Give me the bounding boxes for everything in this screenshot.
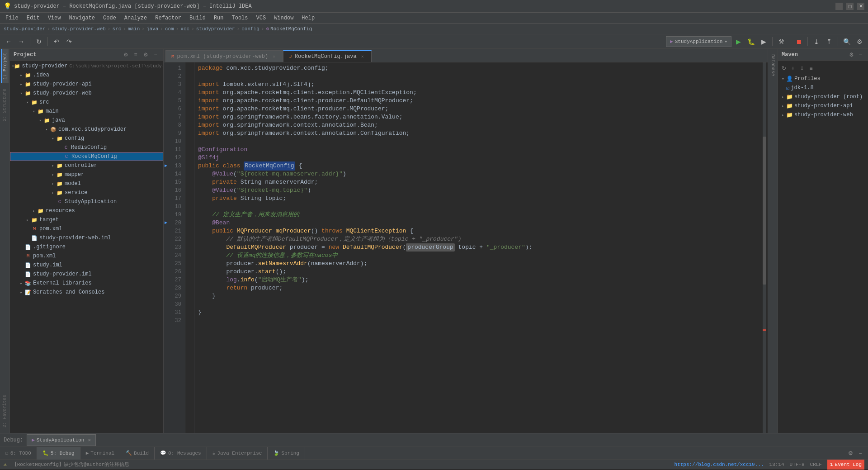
maven-item-root[interactable]: ▸ 📁 study-provider (root) xyxy=(778,92,868,101)
tree-item-target[interactable]: ▸ 📁 target xyxy=(10,215,163,224)
menu-analyze[interactable]: Analyze xyxy=(121,14,151,22)
maven-collapse-button[interactable]: ≡ xyxy=(807,64,815,72)
bottom-tab-messages[interactable]: 💬 0: Messages xyxy=(155,447,207,460)
maven-close-button[interactable]: − xyxy=(856,51,864,59)
maven-item-web[interactable]: ▸ 📁 study-provider-web xyxy=(778,110,868,119)
menu-file[interactable]: File xyxy=(2,14,22,22)
menu-edit[interactable]: Edit xyxy=(23,14,43,22)
maven-item-api[interactable]: ▸ 📁 study-provider-api xyxy=(778,101,868,110)
maven-add-button[interactable]: + xyxy=(789,64,797,72)
tree-item-java[interactable]: ▾ 📁 java xyxy=(10,116,163,125)
run-config-selector[interactable]: ▶ StudyApplication ▾ xyxy=(666,36,731,47)
menu-help[interactable]: Help xyxy=(298,14,318,22)
tab-close-rocketmq[interactable]: ✕ xyxy=(359,53,366,60)
stop-button[interactable]: ⏹ xyxy=(793,36,805,47)
maximize-button[interactable]: □ xyxy=(846,3,854,10)
debug-app-tab[interactable]: ▶ StudyApplication ✕ xyxy=(27,434,96,446)
menu-view[interactable]: View xyxy=(44,14,65,22)
settings-button[interactable]: ⚙ xyxy=(854,36,865,47)
build-button[interactable]: ⚒ xyxy=(775,36,787,47)
tree-item-api[interactable]: ▸ 📁 study-provider-api xyxy=(10,80,163,89)
close-button[interactable]: ✕ xyxy=(857,3,864,10)
vcs-push-button[interactable]: ⤒ xyxy=(823,36,835,47)
menu-navigate[interactable]: Navigate xyxy=(65,14,99,22)
tree-item-rocketmqconfig[interactable]: C RocketMqConfig xyxy=(10,152,163,161)
tree-item-resources[interactable]: ▸ 📁 resources xyxy=(10,206,163,215)
bottom-minimize-button[interactable]: − xyxy=(856,449,864,457)
database-tab[interactable]: Database xyxy=(769,51,776,80)
breadcrumb-item-7[interactable]: studyprovider xyxy=(196,26,235,32)
bottom-tab-terminal[interactable]: ▶ Terminal xyxy=(80,447,120,460)
tree-item-main[interactable]: ▾ 📁 main xyxy=(10,107,163,116)
bottom-tab-jee[interactable]: ☕ Java Enterprise xyxy=(207,447,268,460)
back-button[interactable]: ← xyxy=(3,36,14,47)
bottom-tab-build[interactable]: 🔨 Build xyxy=(120,447,155,460)
tree-item-web[interactable]: ▾ 📁 study-provider-web xyxy=(10,89,163,98)
tree-item-iml-web[interactable]: 📄 study-provider-web.iml xyxy=(10,233,163,242)
menu-build[interactable]: Build xyxy=(186,14,209,22)
panel-expand-button[interactable]: ≡ xyxy=(132,51,140,59)
tree-item-pom-web[interactable]: M pom.xml xyxy=(10,224,163,233)
maven-item-profiles[interactable]: ▾ 👤 Profiles xyxy=(778,74,868,83)
breadcrumb-item-5[interactable]: com xyxy=(165,26,174,32)
tree-item-scratches[interactable]: ▸ 📝 Scratches and Consoles xyxy=(10,288,163,297)
tree-item-ext-libs[interactable]: ▸ 📚 External Libraries xyxy=(10,279,163,288)
bottom-tab-todo[interactable]: ☑ 6: TODO xyxy=(0,447,37,460)
tree-item-config[interactable]: ▾ 📁 config xyxy=(10,134,163,143)
menu-tools[interactable]: Tools xyxy=(228,14,252,22)
menu-refactor[interactable]: Refactor xyxy=(151,14,185,22)
debug-close-icon[interactable]: ✕ xyxy=(88,437,91,443)
tree-item-provider-iml[interactable]: 📄 study-provider.iml xyxy=(10,270,163,279)
scrollbar-track[interactable] xyxy=(763,62,766,433)
panel-close-button[interactable]: − xyxy=(151,51,160,59)
breadcrumb-item-1[interactable]: study-provider-web xyxy=(52,26,106,32)
tree-item-root[interactable]: ▾ 📁 study-provider C:\sckj\work\project-… xyxy=(10,62,163,71)
tree-item-idea[interactable]: ▸ 📁 .idea xyxy=(10,71,163,80)
debug-button[interactable]: 🐛 xyxy=(745,36,757,47)
tab-pom-xml[interactable]: M pom.xml (study-provider-web) ✕ xyxy=(165,50,283,62)
scrollbar-thumb[interactable] xyxy=(763,137,766,285)
search-everywhere-button[interactable]: 🔍 xyxy=(841,36,853,47)
favorites-tab[interactable]: 2: Favorites xyxy=(1,391,8,431)
menu-run[interactable]: Run xyxy=(210,14,227,22)
breadcrumb-item-9[interactable]: ⚙ RocketMqConfig xyxy=(266,26,312,32)
bottom-settings-button[interactable]: ⚙ xyxy=(846,449,854,457)
vcs-update-button[interactable]: ⤓ xyxy=(811,36,822,47)
breadcrumb-item-2[interactable]: src xyxy=(112,26,121,32)
bottom-tab-spring[interactable]: 🍃 Spring xyxy=(268,447,305,460)
breadcrumb-item-4[interactable]: java xyxy=(146,26,158,32)
tree-item-mapper[interactable]: ▸ 📁 mapper xyxy=(10,170,163,179)
tree-item-study-iml[interactable]: 📄 study.iml xyxy=(10,261,163,270)
panel-gear-button[interactable]: ⚙ xyxy=(122,51,130,59)
maven-item-jdk18[interactable]: ☑ jdk-1.8 xyxy=(778,83,868,92)
tree-item-redisconfig[interactable]: C RedisConfig xyxy=(10,143,163,152)
tree-item-package[interactable]: ▾ 📦 com.xcc.studyprovider xyxy=(10,125,163,134)
menu-code[interactable]: Code xyxy=(99,14,120,22)
undo-button[interactable]: ↶ xyxy=(51,36,62,47)
menu-window[interactable]: Window xyxy=(270,14,297,22)
minimize-button[interactable]: — xyxy=(835,3,843,10)
status-link[interactable]: https://blog.csdn.net/xcc19... xyxy=(674,462,764,467)
bottom-tab-debug[interactable]: 🐛 5: Debug xyxy=(37,447,80,460)
code-content[interactable]: package com.xcc.studyprovider.config; im… xyxy=(194,62,761,433)
tree-item-pom-root[interactable]: M pom.xml xyxy=(10,252,163,261)
tree-item-src[interactable]: ▾ 📁 src xyxy=(10,98,163,107)
maven-reload-button[interactable]: ↻ xyxy=(780,64,788,72)
tree-item-service[interactable]: ▸ 📁 service xyxy=(10,188,163,197)
structure-tab[interactable]: 2: Structure xyxy=(1,85,8,125)
tab-close-pom[interactable]: ✕ xyxy=(271,53,277,60)
redo-button[interactable]: ↷ xyxy=(63,36,75,47)
breadcrumb-item-3[interactable]: main xyxy=(128,26,140,32)
status-error-badge[interactable]: 1 Event Log xyxy=(827,460,864,470)
breadcrumb-item-6[interactable]: xcc xyxy=(180,26,189,32)
coverage-button[interactable]: ▶ xyxy=(758,36,769,47)
tree-item-controller[interactable]: ▸ 📁 controller xyxy=(10,161,163,170)
sync-button[interactable]: ↻ xyxy=(33,36,45,47)
tree-item-studyapp[interactable]: C StudyApplication xyxy=(10,197,163,206)
project-tab[interactable]: 1: Project xyxy=(1,49,9,83)
breadcrumb-item-8[interactable]: config xyxy=(241,26,259,32)
tree-item-gitignore[interactable]: 📄 .gitignore xyxy=(10,242,163,252)
maven-settings-button[interactable]: ⚙ xyxy=(847,51,855,59)
breadcrumb-item-0[interactable]: study-provider xyxy=(4,26,45,32)
run-button[interactable]: ▶ xyxy=(732,36,744,47)
